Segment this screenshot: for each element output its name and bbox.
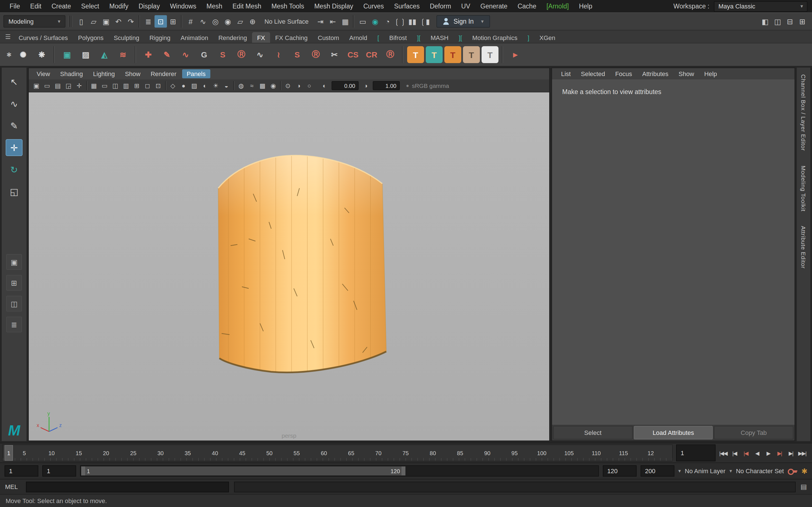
film-gate-icon[interactable]: ▭ (99, 80, 110, 91)
snap-to-grid-icon[interactable]: # (185, 15, 197, 27)
grid-toggle-icon[interactable]: ▦ (89, 80, 99, 91)
tab-channel-box[interactable]: Channel Box / Layer Editor (800, 74, 807, 151)
select-tool[interactable]: ↖ (6, 73, 22, 90)
shelf-tab[interactable]: FX Caching (270, 32, 313, 43)
new-scene-icon[interactable]: ▯ (75, 15, 87, 27)
toggle-attribute-editor-icon[interactable]: ⊞ (796, 15, 809, 27)
menu-item[interactable]: Generate (475, 0, 513, 12)
load-attributes-button[interactable]: Load Attributes (633, 426, 713, 439)
shelf-tab[interactable]: Animation (175, 32, 213, 43)
set-rest-from-current-icon[interactable]: Ⓡ (307, 46, 324, 63)
menu-item[interactable]: Create (47, 0, 76, 12)
select-by-component-icon[interactable]: ⊞ (167, 15, 179, 27)
command-input[interactable] (26, 482, 229, 492)
safe-action-icon[interactable]: ◻ (142, 80, 153, 91)
menu-item[interactable]: Edit Mesh (227, 0, 266, 12)
menu-item[interactable]: Windows (165, 0, 201, 12)
create-ncloth-icon[interactable]: T (407, 46, 424, 63)
lighting-icon[interactable]: ☀ (210, 80, 221, 91)
textured-icon[interactable]: ▨ (189, 80, 200, 91)
shelf-tab[interactable]: XGen (534, 32, 560, 43)
save-scene-icon[interactable]: ▣ (100, 15, 112, 27)
menu-set-select[interactable]: Modeling ▾ (3, 15, 65, 27)
attribute-editor-menu-item[interactable]: List (557, 69, 575, 78)
menu-item[interactable]: Edit (25, 0, 47, 12)
menu-item[interactable]: Deform (424, 0, 456, 12)
menu-item[interactable]: UV (456, 0, 475, 12)
sign-in-button[interactable]: Sign In ▾ (437, 15, 490, 27)
attribute-editor-menu-item[interactable]: Selected (576, 69, 610, 78)
chevron-down-icon[interactable]: ▾ (729, 468, 732, 474)
shelf-tab[interactable]: Arnold (344, 32, 372, 43)
playback-range-bar[interactable]: 1 120 (81, 466, 406, 475)
viewport-menu-item[interactable]: View (32, 69, 54, 78)
shelf-tab[interactable]: Curves / Surfaces (13, 32, 73, 43)
smooth-shade-icon[interactable]: ● (178, 80, 189, 91)
lasso-select-tool[interactable]: ∿ (6, 95, 22, 112)
viewport-menu-item[interactable]: Renderer (146, 69, 181, 78)
rotate-tool[interactable]: ↻ (6, 161, 22, 178)
redo-icon[interactable]: ↷ (124, 15, 137, 27)
xray-joints-icon[interactable]: ○ (304, 80, 315, 91)
menu-item[interactable]: Help (574, 0, 597, 12)
attribute-editor-menu-item[interactable]: Focus (611, 69, 637, 78)
image-plane-icon[interactable]: ▤ (52, 80, 63, 91)
shelf-menu-icon[interactable]: ☰ (2, 33, 13, 40)
animation-preferences-icon[interactable]: ✱ (801, 467, 808, 475)
resolution-gate-icon[interactable]: ◫ (110, 80, 121, 91)
anim-layer-selector[interactable]: No Anim Layer (685, 467, 725, 474)
menu-item[interactable]: Surfaces (389, 0, 425, 12)
chevron-down-icon[interactable]: ▾ (678, 468, 681, 474)
menu-item[interactable]: Mesh (201, 0, 227, 12)
camera-attributes-icon[interactable]: ▣ (31, 80, 42, 91)
use-default-material-icon[interactable]: ◐ (200, 80, 210, 91)
viewport-menu-item[interactable]: Lighting (89, 69, 119, 78)
render-settings-icon[interactable]: ❲❳ (394, 15, 406, 27)
xray-icon[interactable]: ◑ (293, 80, 304, 91)
select-by-hierarchy-icon[interactable]: ≣ (142, 15, 154, 27)
multisample-icon[interactable]: ▩ (257, 80, 268, 91)
step-forward-key-button[interactable]: ▶| (774, 447, 785, 459)
two-pane-layout-button[interactable]: ◫ (6, 296, 22, 312)
field-chart-icon[interactable]: ⊞ (132, 80, 142, 91)
snap-to-view-plane-icon[interactable]: ▱ (234, 15, 246, 27)
animation-end-field[interactable]: 200 (641, 465, 674, 476)
script-editor-icon[interactable]: ▤ (801, 483, 807, 491)
paint-hair-tool-icon[interactable]: ✎ (158, 46, 175, 63)
wake-icon[interactable]: ≋ (114, 46, 132, 63)
auto-keyframe-toggle-icon[interactable] (788, 467, 797, 474)
safe-title-icon[interactable]: ⊡ (153, 80, 163, 91)
cylinder-mesh[interactable] (215, 154, 389, 386)
current-frame-field[interactable]: 1 (676, 445, 716, 461)
tab-attribute-editor[interactable]: Attribute Editor (800, 226, 807, 269)
rebuild-follicles-icon[interactable]: Ⓡ (382, 46, 399, 63)
shelf-tab[interactable]: Motion Graphics (467, 32, 522, 43)
workspace-select[interactable]: Maya Classic ▾ (714, 1, 808, 11)
bookmarks-icon[interactable]: ▭ (42, 80, 52, 91)
depth-of-field-icon[interactable]: ◉ (268, 80, 278, 91)
gamma-field[interactable]: 1.00 (373, 81, 400, 90)
2d-pan-zoom-icon[interactable]: ◲ (63, 80, 74, 91)
input-connections-icon[interactable]: ⇥ (314, 15, 327, 27)
toggle-outliner-panel-icon[interactable]: ◧ (759, 15, 771, 27)
shelf-tab[interactable]: Polygons (73, 32, 109, 43)
render-current-frame-icon[interactable]: ◉ (369, 15, 382, 27)
step-back-frame-button[interactable]: |◀ (729, 447, 740, 459)
menu-item-arnold[interactable]: [Arnold] (541, 0, 574, 12)
shelf-tab[interactable]: Sculpting (109, 32, 144, 43)
shelf-tab[interactable]: Custom (313, 32, 344, 43)
snap-to-curve-icon[interactable]: ∿ (197, 15, 209, 27)
display-rest-curves-icon[interactable]: Ⓡ (233, 46, 250, 63)
menu-item[interactable]: Mesh Display (309, 0, 358, 12)
toggle-tool-settings-icon[interactable]: ◫ (771, 15, 784, 27)
playback-start-field[interactable]: 1 (42, 465, 76, 476)
menu-item[interactable]: File (4, 0, 25, 12)
playback-end-field[interactable]: 120 (603, 465, 637, 476)
render-view-icon[interactable]: ▭ (357, 15, 369, 27)
copy-rest-to-current-icon[interactable]: CR (363, 46, 380, 63)
step-forward-frame-button[interactable]: ▶| (785, 447, 796, 459)
scale-tool[interactable]: ◱ (6, 183, 22, 200)
view-transform-icon[interactable]: ● (406, 83, 409, 89)
undo-icon[interactable]: ↶ (112, 15, 124, 27)
paint-select-tool[interactable]: ✎ (6, 117, 22, 134)
